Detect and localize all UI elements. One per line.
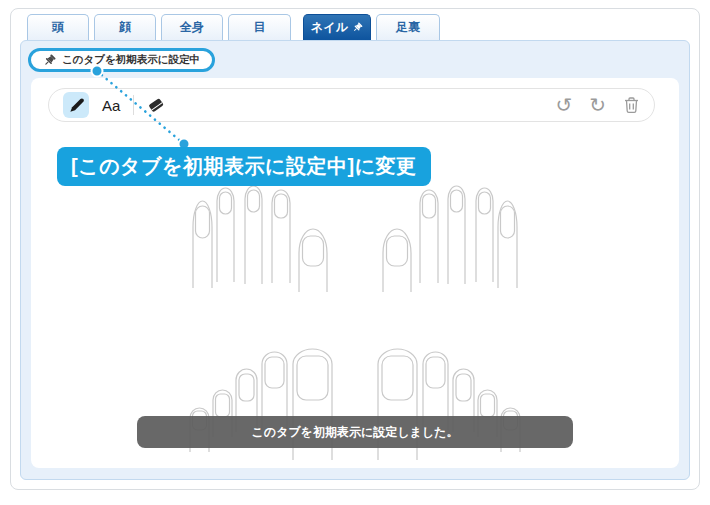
tab-face[interactable]: 顔 bbox=[94, 14, 156, 40]
drawing-canvas[interactable] bbox=[31, 78, 679, 468]
toast-message: このタブを初期表示に設定しました。 bbox=[252, 424, 459, 441]
tab-label: 頭 bbox=[52, 19, 64, 36]
tab-label: 全身 bbox=[180, 19, 204, 36]
tab-label: 足裏 bbox=[396, 19, 420, 36]
text-tool-label: Aa bbox=[102, 97, 120, 114]
tab-head[interactable]: 頭 bbox=[27, 14, 89, 40]
tab-label: 顔 bbox=[119, 19, 131, 36]
initial-display-badge[interactable]: このタブを初期表示に設定中 bbox=[28, 48, 215, 72]
undo-button[interactable]: ↺ bbox=[555, 95, 572, 115]
drawing-toolbar: Aa ↺ ↻ bbox=[48, 88, 655, 122]
annotation-callout: [このタブを初期表示に設定中]に変更 bbox=[57, 147, 431, 186]
pen-icon bbox=[68, 97, 85, 114]
tab-eye[interactable]: 目 bbox=[228, 14, 291, 40]
pin-icon bbox=[43, 54, 56, 67]
text-tool-button[interactable]: Aa bbox=[102, 97, 120, 114]
delete-button[interactable] bbox=[623, 96, 640, 114]
toast-notification: このタブを初期表示に設定しました。 bbox=[137, 416, 573, 448]
pen-tool-button[interactable] bbox=[63, 92, 89, 118]
tab-bar: 頭 顔 全身 目 ネイル 足裏 bbox=[27, 14, 440, 40]
tab-label: 目 bbox=[254, 19, 266, 36]
pin-icon bbox=[352, 22, 363, 33]
tab-sole[interactable]: 足裏 bbox=[376, 14, 440, 40]
undo-icon: ↺ bbox=[555, 95, 572, 115]
eraser-icon bbox=[147, 97, 165, 113]
tab-nail[interactable]: ネイル bbox=[303, 14, 371, 40]
trash-icon bbox=[623, 96, 640, 114]
redo-icon: ↻ bbox=[589, 95, 606, 115]
callout-label: [このタブを初期表示に設定中]に変更 bbox=[71, 153, 417, 180]
redo-button[interactable]: ↻ bbox=[589, 95, 606, 115]
badge-label: このタブを初期表示に設定中 bbox=[62, 53, 200, 67]
eraser-tool-button[interactable] bbox=[147, 97, 165, 113]
tab-fullbody[interactable]: 全身 bbox=[161, 14, 223, 40]
toolbar-divider bbox=[133, 95, 134, 115]
tab-label: ネイル bbox=[311, 19, 348, 36]
